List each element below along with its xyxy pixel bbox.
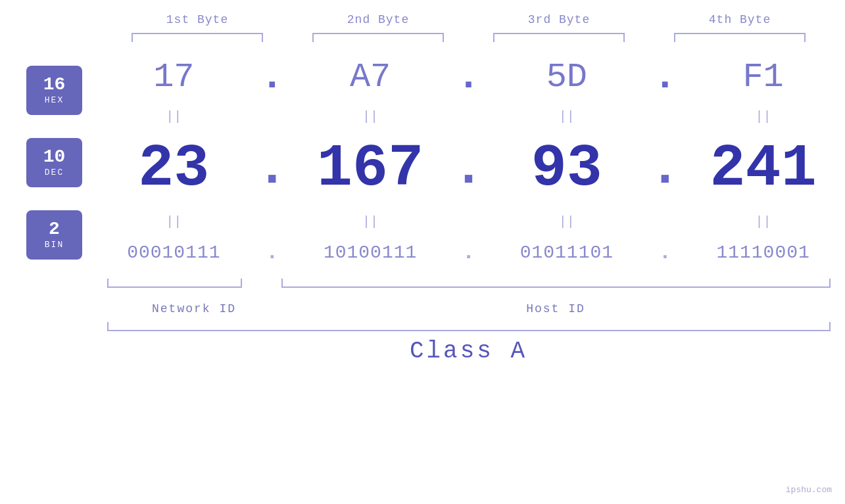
dec-dot3: .	[648, 143, 681, 195]
top-brackets	[107, 33, 831, 42]
dec-dot1: .	[256, 143, 289, 195]
dec-badge-wrapper: 10 DEC	[26, 126, 92, 198]
hex-byte4-cell: F1	[681, 58, 845, 97]
host-id-label: Host ID	[281, 302, 831, 315]
bin-row: 00010111 . 10100111 . 01011101 .	[92, 231, 845, 274]
labels-column: 16 HEX 10 DEC 2 BIN	[0, 47, 92, 277]
hex-byte3-cell: 5D	[485, 58, 649, 97]
dec-byte2-cell: 167	[289, 135, 452, 202]
watermark: ipshu.com	[786, 485, 832, 495]
sep-row-2: || || || ||	[92, 212, 845, 231]
dec-dot2: .	[452, 143, 485, 195]
dec-badge: 10 DEC	[26, 138, 82, 187]
bracket-top-4	[674, 33, 806, 42]
network-bracket	[107, 279, 242, 288]
dec-byte1-cell: 23	[92, 135, 256, 202]
bin-byte3-value: 01011101	[520, 242, 614, 263]
sep-row-1: || || || ||	[92, 106, 845, 126]
dec-byte4-cell: 241	[681, 135, 845, 202]
hex-byte2-cell: A7	[289, 58, 452, 97]
bin-dot1: .	[256, 242, 289, 263]
bin-badge-number: 2	[49, 219, 60, 240]
dec-badge-label: DEC	[45, 168, 64, 177]
main-container: 1st Byte 2nd Byte 3rd Byte 4th Byte 16 H…	[0, 0, 845, 504]
dec-byte3-cell: 93	[485, 135, 649, 202]
byte1-header: 1st Byte	[128, 13, 266, 26]
hex-badge-number: 16	[43, 75, 66, 95]
bin-badge-wrapper: 2 BIN	[26, 198, 92, 271]
hex-byte4-value: F1	[742, 58, 783, 97]
bin-byte4-value: 11110001	[716, 242, 809, 263]
host-bracket	[281, 279, 831, 288]
bin-byte3-cell: 01011101	[485, 242, 649, 263]
class-bracket-area	[107, 322, 831, 331]
byte3-header: 3rd Byte	[490, 13, 628, 26]
bottom-labels-row: Network ID Host ID	[107, 302, 831, 315]
bin-byte1-value: 00010111	[127, 242, 220, 263]
class-a-label: Class A	[410, 338, 527, 365]
bracket-top-3	[493, 33, 625, 42]
bin-dot2: .	[452, 242, 485, 263]
hex-dot1: .	[256, 57, 289, 97]
hex-dot2: .	[452, 57, 485, 97]
dec-byte4-value: 241	[710, 135, 817, 202]
dec-byte1-value: 23	[138, 135, 209, 202]
hex-badge-label: HEX	[45, 95, 64, 105]
bin-badge-label: BIN	[45, 240, 64, 250]
hex-byte2-value: A7	[350, 58, 391, 97]
hex-dot3: .	[648, 57, 681, 97]
dec-byte3-value: 93	[531, 135, 602, 202]
byte2-header: 2nd Byte	[309, 13, 447, 26]
dec-byte2-value: 167	[317, 135, 423, 202]
hex-badge: 16 HEX	[26, 66, 82, 115]
bin-byte2-value: 10100111	[324, 242, 417, 263]
values-column: 17 . A7 . 5D . F1	[92, 47, 845, 277]
bin-byte4-cell: 11110001	[681, 242, 845, 263]
hex-byte1-value: 17	[153, 58, 194, 97]
hex-byte1-cell: 17	[92, 58, 256, 97]
class-full-bracket	[107, 322, 831, 331]
hex-row: 17 . A7 . 5D . F1	[92, 47, 845, 106]
bin-dot3: .	[648, 242, 681, 263]
bin-byte1-cell: 00010111	[92, 242, 256, 263]
dec-row: 23 . 167 . 93 . 241	[92, 126, 845, 212]
byte4-header: 4th Byte	[671, 13, 809, 26]
bin-badge: 2 BIN	[26, 210, 82, 260]
byte-headers: 1st Byte 2nd Byte 3rd Byte 4th Byte	[107, 13, 831, 26]
hex-badge-wrapper: 16 HEX	[26, 54, 92, 126]
bottom-brackets-container	[107, 279, 831, 289]
network-id-label: Network ID	[107, 302, 281, 315]
bin-byte2-cell: 10100111	[289, 242, 452, 263]
rows-wrapper: 16 HEX 10 DEC 2 BIN	[0, 47, 845, 277]
bracket-top-1	[132, 33, 263, 42]
bracket-top-2	[312, 33, 444, 42]
dec-badge-number: 10	[43, 147, 66, 168]
class-label-row: Class A	[107, 338, 831, 365]
hex-byte3-value: 5D	[546, 58, 587, 97]
